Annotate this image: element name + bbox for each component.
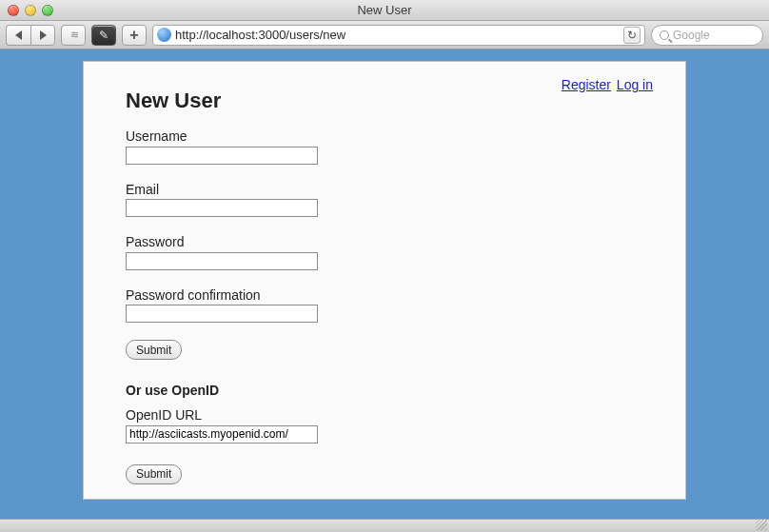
window-title: New User [0, 3, 769, 17]
reload-icon: ↻ [627, 29, 637, 42]
openid-input[interactable] [126, 425, 318, 443]
viewport: Register Log in New User Username Email … [0, 49, 769, 519]
password-field-group: Password [126, 234, 643, 270]
chevron-left-icon [15, 30, 22, 40]
browser-toolbar: ≋ ✎ + http://localhost:3000/users/new ↻ … [0, 21, 769, 49]
email-input[interactable] [126, 199, 318, 217]
browser-window: New User ≋ ✎ + http://localhost:3000/use… [0, 0, 769, 532]
login-link[interactable]: Log in [617, 77, 653, 92]
password-label: Password [126, 234, 643, 249]
close-window-button[interactable] [8, 5, 19, 16]
password-input[interactable] [126, 252, 318, 270]
page-content: Register Log in New User Username Email … [83, 61, 686, 500]
openid-submit-button[interactable]: Submit [126, 464, 182, 484]
username-label: Username [126, 128, 643, 144]
search-placeholder: Google [673, 29, 710, 42]
submit-button[interactable]: Submit [126, 340, 182, 360]
elephant-icon: ✎ [99, 29, 108, 42]
toolbar-button-evernote[interactable]: ✎ [91, 25, 116, 46]
globe-icon [157, 28, 171, 42]
window-controls [0, 5, 53, 16]
titlebar: New User [0, 0, 769, 21]
nav-buttons [6, 25, 55, 46]
new-user-form: New User Username Email Password Passwor… [84, 62, 685, 503]
openid-field-group: OpenID URL [126, 407, 643, 443]
url-text: http://localhost:3000/users/new [175, 28, 620, 42]
password-confirmation-label: Password confirmation [126, 287, 643, 303]
openid-label: OpenID URL [126, 407, 643, 423]
auth-links: Register Log in [560, 77, 653, 92]
chevron-right-icon [40, 30, 47, 40]
reload-button[interactable]: ↻ [623, 27, 641, 44]
address-bar[interactable]: http://localhost:3000/users/new ↻ [152, 25, 645, 46]
resize-handle-icon[interactable] [756, 519, 767, 530]
add-bookmark-button[interactable]: + [122, 25, 147, 46]
zoom-window-button[interactable] [42, 5, 53, 16]
squiggle-icon: ≋ [70, 29, 77, 41]
email-field-group: Email [126, 182, 643, 218]
username-input[interactable] [126, 147, 318, 165]
openid-heading: Or use OpenID [126, 383, 643, 398]
search-icon [660, 30, 669, 40]
statusbar [0, 519, 769, 532]
toolbar-button-1[interactable]: ≋ [61, 25, 86, 46]
password-confirmation-input[interactable] [126, 305, 318, 323]
password-confirmation-field-group: Password confirmation [126, 287, 643, 324]
back-button[interactable] [6, 25, 30, 46]
minimize-window-button[interactable] [25, 5, 36, 16]
forward-button[interactable] [30, 25, 55, 46]
username-field-group: Username [126, 128, 643, 165]
email-label: Email [126, 182, 643, 197]
register-link[interactable]: Register [562, 77, 611, 92]
search-box[interactable]: Google [651, 25, 763, 46]
plus-icon: + [129, 28, 138, 43]
